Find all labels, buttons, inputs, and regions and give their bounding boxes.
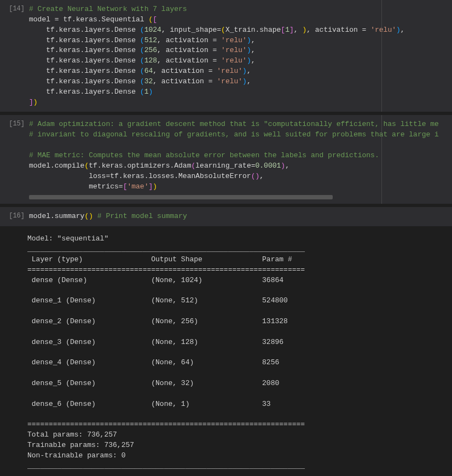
code-area[interactable]: model.summary() # Print model summary: [29, 211, 452, 222]
code-area[interactable]: # Create Neural Network with 7 layers mo…: [29, 4, 452, 107]
output-prompt: [0, 233, 27, 471]
cell-prompt: [14]: [2, 4, 29, 107]
code-cell-14[interactable]: [14] # Create Neural Network with 7 laye…: [0, 0, 452, 112]
ruler-line: [381, 115, 382, 204]
code-cell-15[interactable]: [15] # Adam optimization: a gradient des…: [0, 115, 452, 204]
model-summary-output: Model: "sequential" ____________________…: [27, 233, 452, 471]
code-cell-16[interactable]: [16] model.summary() # Print model summa…: [0, 207, 452, 226]
code-area[interactable]: # Adam optimization: a gradient descent …: [29, 119, 452, 199]
cell-prompt: [16]: [2, 211, 29, 222]
ruler-line: [381, 0, 382, 112]
horizontal-scrollbar[interactable]: [29, 195, 333, 199]
output-cell-16: Model: "sequential" ____________________…: [0, 230, 452, 476]
cell-prompt: [15]: [2, 119, 29, 199]
